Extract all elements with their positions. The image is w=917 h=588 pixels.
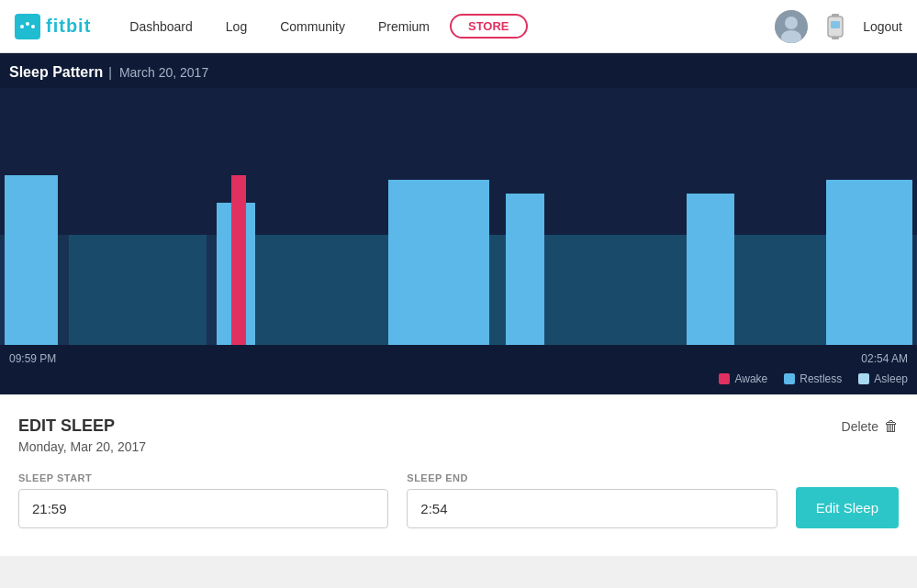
chart-separator: | xyxy=(108,65,112,80)
sleep-start-label: SLEEP START xyxy=(18,472,388,483)
timeline: 09:59 PM 02:54 AM xyxy=(0,345,917,369)
edit-sleep-button[interactable]: Edit Sleep xyxy=(796,487,899,528)
legend-awake: Awake xyxy=(719,372,767,385)
svg-point-0 xyxy=(20,25,24,28)
sleep-chart-section: Sleep Pattern | March 20, 2017 xyxy=(0,53,917,394)
navbar: fitbit Dashboard Log Community Premium S… xyxy=(0,0,917,53)
store-button[interactable]: STORE xyxy=(450,14,528,39)
svg-rect-21 xyxy=(544,235,687,345)
svg-rect-19 xyxy=(489,235,506,345)
asleep-label: Asleep xyxy=(874,372,908,385)
avatar[interactable] xyxy=(775,10,808,43)
svg-rect-13 xyxy=(69,235,207,345)
svg-point-2 xyxy=(31,25,35,28)
delete-label: Delete xyxy=(842,419,878,434)
svg-rect-22 xyxy=(687,194,734,345)
nav-right: Logout xyxy=(775,10,902,43)
chart-header: Sleep Pattern | March 20, 2017 xyxy=(0,64,917,88)
restless-dot xyxy=(784,373,795,384)
edit-sleep-section: EDIT SLEEP Delete 🗑 Monday, Mar 20, 2017… xyxy=(0,394,917,556)
chart-date: March 20, 2017 xyxy=(119,65,208,80)
asleep-dot xyxy=(858,373,869,384)
sleep-end-field: SLEEP END xyxy=(407,472,777,528)
sleep-start-input[interactable] xyxy=(18,489,388,528)
chart-legend: Awake Restless Asleep xyxy=(0,369,917,394)
sleep-end-label: SLEEP END xyxy=(407,472,777,483)
watch-icon[interactable] xyxy=(822,10,848,43)
svg-rect-24 xyxy=(826,180,912,345)
svg-rect-23 xyxy=(734,235,826,345)
svg-rect-9 xyxy=(831,21,840,28)
sleep-fields: SLEEP START SLEEP END Edit Sleep xyxy=(18,472,899,528)
sleep-chart xyxy=(0,88,917,345)
logo[interactable]: fitbit xyxy=(15,14,91,39)
logo-icon xyxy=(15,14,40,39)
logo-text: fitbit xyxy=(46,16,91,37)
svg-rect-8 xyxy=(832,37,839,39)
svg-rect-14 xyxy=(217,203,231,345)
sleep-end-input[interactable] xyxy=(407,489,777,528)
svg-rect-15 xyxy=(231,175,246,345)
awake-label: Awake xyxy=(734,372,767,385)
nav-links: Dashboard Log Community Premium STORE xyxy=(113,0,775,53)
svg-rect-17 xyxy=(255,235,388,345)
delete-button[interactable]: Delete 🗑 xyxy=(842,418,899,435)
awake-dot xyxy=(719,373,730,384)
sleep-start-field: SLEEP START xyxy=(18,472,388,528)
legend-asleep: Asleep xyxy=(858,372,908,385)
timeline-start: 09:59 PM xyxy=(9,352,56,365)
svg-rect-16 xyxy=(246,203,255,345)
nav-log[interactable]: Log xyxy=(209,0,263,53)
timeline-end: 02:54 AM xyxy=(861,352,908,365)
edit-sleep-header: EDIT SLEEP Delete 🗑 xyxy=(18,416,899,436)
svg-point-4 xyxy=(785,17,798,29)
edit-sleep-title: EDIT SLEEP xyxy=(18,416,115,436)
sleep-date: Monday, Mar 20, 2017 xyxy=(18,439,899,454)
logout-button[interactable]: Logout xyxy=(863,19,902,34)
nav-dashboard[interactable]: Dashboard xyxy=(113,0,209,53)
legend-restless: Restless xyxy=(784,372,842,385)
svg-point-1 xyxy=(26,22,29,26)
nav-community[interactable]: Community xyxy=(263,0,362,53)
restless-label: Restless xyxy=(800,372,842,385)
trash-icon: 🗑 xyxy=(884,418,899,435)
nav-premium[interactable]: Premium xyxy=(362,0,446,53)
svg-rect-12 xyxy=(5,175,58,345)
svg-rect-20 xyxy=(506,194,544,345)
svg-rect-18 xyxy=(388,180,489,345)
chart-title: Sleep Pattern xyxy=(9,64,103,81)
